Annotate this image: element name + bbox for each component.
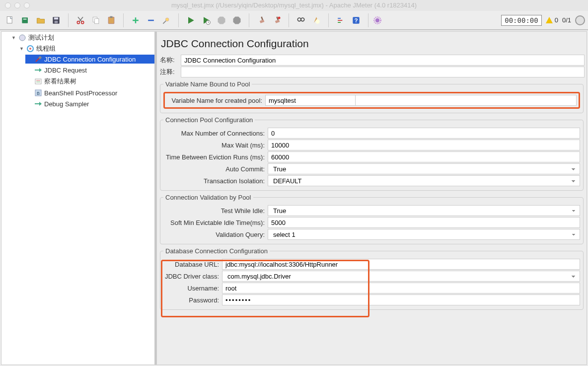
tree-item-jdbc-request[interactable]: JDBC Request	[25, 66, 154, 74]
new-file-button[interactable]	[3, 13, 17, 27]
run-button[interactable]	[184, 13, 198, 27]
db-config-fieldset: Database Connection Configuration Databa…	[160, 247, 584, 310]
save-button[interactable]	[49, 13, 63, 27]
tree-item-results-tree[interactable]: 察看结果树	[25, 76, 154, 86]
window-title: mysql_test.jmx (/Users/yiqin/Desktop/mys…	[0, 0, 588, 11]
svg-point-17	[165, 18, 169, 21]
help-button[interactable]: ?	[349, 13, 363, 27]
db-user-label: Username:	[163, 285, 222, 292]
auto-commit-select[interactable]: True	[268, 163, 580, 174]
postprocessor-icon: B	[34, 89, 42, 97]
db-driver-label: JDBC Driver class:	[163, 273, 222, 280]
threadgroup-icon	[26, 45, 34, 53]
tree-root-label: 测试计划	[28, 33, 54, 42]
svg-point-30	[278, 16, 281, 19]
thread-count: 0/1	[562, 16, 571, 24]
svg-marker-55	[39, 102, 42, 106]
test-idle-label: Test While Idle:	[163, 207, 268, 215]
svg-text:B: B	[37, 91, 40, 96]
soft-min-input[interactable]	[268, 217, 580, 228]
reset-search-button[interactable]	[309, 13, 323, 27]
clear-button[interactable]	[254, 13, 268, 27]
function-helper-button[interactable]	[334, 13, 348, 27]
tree-item-label: 察看结果树	[44, 77, 76, 86]
tree-item-jdbc-config[interactable]: JDBC Connection Configuration	[25, 55, 154, 64]
clear-all-button[interactable]	[270, 13, 284, 27]
tree-root[interactable]: ▼ 测试计划	[9, 33, 154, 43]
isolation-label: Transaction Isolation:	[163, 177, 268, 185]
comment-label: 注释:	[159, 68, 181, 76]
shutdown-button[interactable]	[230, 13, 244, 27]
db-pw-input[interactable]	[222, 294, 580, 305]
svg-point-34	[315, 19, 319, 23]
search-button[interactable]	[294, 13, 308, 27]
name-label: 名称:	[159, 56, 181, 65]
vquery-select[interactable]: select 1	[268, 229, 580, 240]
stop-button[interactable]	[215, 13, 228, 27]
config-icon	[34, 55, 42, 63]
svg-rect-11	[95, 18, 99, 23]
options-button[interactable]	[370, 13, 384, 27]
svg-rect-27	[261, 16, 263, 20]
db-driver-select[interactable]: com.mysql.jdbc.Driver	[222, 271, 580, 282]
db-pw-label: Password:	[163, 296, 222, 304]
isolation-select[interactable]: DEFAULT	[268, 175, 580, 186]
warning-count: 0	[555, 16, 558, 24]
svg-rect-12	[108, 17, 114, 23]
max-conn-input[interactable]	[268, 128, 580, 139]
soft-min-label: Soft Min Evictable Idle Time(ms):	[163, 219, 268, 226]
svg-rect-5	[55, 20, 58, 23]
paste-button[interactable]	[104, 13, 118, 27]
svg-rect-1	[22, 17, 28, 23]
test-plan-tree[interactable]: ▼ 测试计划 ▼ 线程组	[1, 31, 155, 365]
var-name-input-ext[interactable]	[356, 95, 577, 106]
tree-thread-group[interactable]: ▼ 线程组	[17, 44, 154, 54]
tree-item-beanshell[interactable]: B BeanShell PostProcessor	[25, 88, 154, 97]
window-titlebar: mysql_test.jmx (/Users/yiqin/Desktop/mys…	[0, 0, 588, 11]
svg-marker-24	[218, 16, 225, 24]
max-wait-input[interactable]	[268, 140, 580, 150]
panel-title: JDBC Connection Configuration	[157, 32, 587, 54]
cut-button[interactable]	[74, 13, 87, 27]
db-url-label: Database URL:	[163, 261, 222, 268]
warning-icon	[546, 17, 553, 23]
templates-button[interactable]	[18, 13, 32, 27]
toggle-button[interactable]	[159, 13, 173, 27]
pool-config-legend: Connection Pool Configuration	[163, 116, 255, 124]
svg-text:?: ?	[354, 17, 358, 23]
var-bound-legend: Variable Name Bound to Pool	[163, 80, 252, 88]
auto-commit-label: Auto Commit:	[163, 165, 268, 173]
svg-point-31	[297, 18, 301, 21]
main-toolbar: ? 00:00:00 0 0/1	[0, 11, 588, 30]
eviction-input[interactable]	[268, 151, 580, 162]
svg-rect-13	[110, 16, 113, 17]
collapse-button[interactable]	[144, 13, 158, 27]
tree-item-label: JDBC Request	[44, 67, 87, 74]
open-button[interactable]	[34, 13, 48, 27]
db-config-legend: Database Connection Configuration	[163, 247, 270, 255]
db-user-input[interactable]	[222, 283, 580, 293]
test-idle-select[interactable]: True	[268, 205, 580, 216]
warning-indicator[interactable]: 0	[546, 16, 558, 24]
svg-rect-47	[35, 70, 39, 71]
validation-fieldset: Connection Validation by Pool Test While…	[160, 194, 584, 244]
tree-item-label: JDBC Connection Configuration	[44, 56, 136, 63]
pool-config-fieldset: Connection Pool Configuration Max Number…	[160, 116, 584, 191]
comment-input[interactable]	[181, 67, 585, 77]
expand-button[interactable]	[129, 13, 143, 27]
vquery-label: Validation Query:	[163, 231, 268, 238]
db-url-input[interactable]	[222, 259, 580, 270]
svg-rect-4	[54, 17, 58, 19]
var-name-input[interactable]	[265, 95, 356, 106]
svg-marker-48	[39, 68, 42, 72]
svg-rect-54	[35, 103, 39, 104]
tree-item-debug-sampler[interactable]: Debug Sampler	[25, 99, 154, 108]
name-input[interactable]	[181, 55, 585, 66]
svg-point-44	[29, 48, 31, 50]
tree-item-label: Debug Sampler	[44, 100, 89, 108]
run-no-pause-button[interactable]	[199, 13, 213, 27]
eviction-label: Time Between Eviction Runs (ms):	[163, 153, 268, 161]
max-conn-label: Max Number of Connections:	[163, 130, 268, 137]
svg-rect-2	[23, 18, 27, 19]
copy-button[interactable]	[89, 13, 103, 27]
